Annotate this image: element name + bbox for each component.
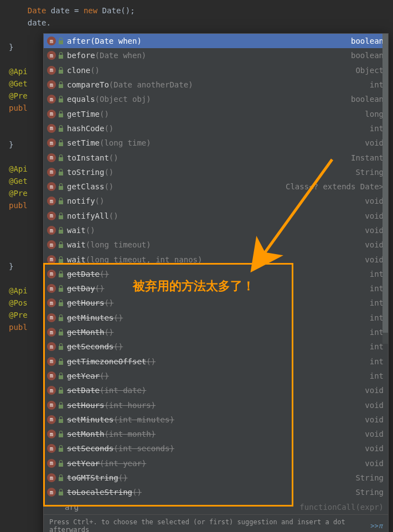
lock-icon [58, 213, 64, 219]
method-name: setMinutes [67, 415, 113, 424]
suggestion-after[interactable]: mafter(Date when)boolean [44, 34, 388, 48]
lock-icon [58, 373, 64, 379]
suggestion-notifyAll[interactable]: mnotifyAll()void [44, 209, 388, 223]
pi-icon[interactable]: π [379, 522, 382, 530]
method-name: setMonth [67, 430, 104, 438]
method-icon: m [47, 110, 56, 118]
lock-icon [58, 445, 64, 452]
suggestion-toGMTString[interactable]: mtoGMTString()String [44, 471, 388, 485]
method-icon: m [47, 488, 56, 497]
return-type: boolean [351, 95, 384, 104]
suggestion-getYear[interactable]: mgetYear()int [44, 369, 388, 383]
autocomplete-popup[interactable]: mafter(Date when)booleanmbefore(Date whe… [43, 33, 389, 532]
lock-icon [58, 81, 64, 88]
method-params: () [113, 313, 123, 322]
suggestion-wait[interactable]: mwait(long timeout, int nanos)void [44, 252, 388, 266]
method-params: (Date when) [95, 51, 147, 60]
method-params: (int hours) [104, 401, 156, 410]
suggestion-toLocaleString[interactable]: mtoLocaleString()String [44, 485, 388, 499]
suggestion-setDate[interactable]: msetDate(int date)void [44, 383, 388, 397]
suggestion-setYear[interactable]: msetYear(int year)void [44, 456, 388, 471]
suggestion-getHours[interactable]: mgetHours()int [44, 296, 388, 310]
return-type: void [365, 415, 384, 424]
suggestion-hashCode[interactable]: mhashCode()int [44, 121, 388, 136]
method-icon: m [47, 313, 56, 322]
method-params: (long time) [100, 138, 151, 147]
return-type: boolean [351, 51, 384, 60]
lock-icon [58, 140, 64, 146]
return-type: int [370, 298, 384, 307]
suggestion-wait[interactable]: mwait()void [44, 223, 388, 237]
suggestion-setMinutes[interactable]: msetMinutes(int minutes)void [44, 412, 388, 427]
suggestion-setHours[interactable]: msetHours(int hours)void [44, 397, 388, 412]
hint-link[interactable]: >> [370, 522, 378, 530]
method-params: () [100, 371, 109, 380]
method-icon: m [47, 95, 56, 104]
suggestion-list[interactable]: mafter(Date when)booleanmbefore(Date whe… [44, 34, 388, 500]
lock-icon [58, 489, 64, 495]
lock-icon [58, 227, 64, 234]
method-params: (int year) [100, 459, 146, 468]
suggestion-clone[interactable]: mclone()Object [44, 63, 388, 78]
method-icon: m [47, 328, 56, 337]
suggestion-before[interactable]: mbefore(Date when)boolean [44, 48, 388, 63]
suggestion-toInstant[interactable]: mtoInstant()Instant [44, 150, 388, 164]
suggestion-compareTo[interactable]: mcompareTo(Date anotherDate)int [44, 78, 388, 92]
suggestion-wait[interactable]: mwait(long timeout)void [44, 237, 388, 252]
return-type: void [365, 138, 384, 147]
suggestion-getDay[interactable]: mgetDay()int [44, 281, 388, 296]
suggestion-getDate[interactable]: mgetDate()int [44, 267, 388, 281]
lock-icon [58, 474, 64, 481]
return-type: void [365, 211, 384, 220]
suggestion-getTime[interactable]: mgetTime()long [44, 106, 388, 121]
method-name: wait [67, 240, 86, 249]
code-line-1: Date date = new Date(); [9, 4, 393, 17]
suggestion-equals[interactable]: mequals(Object obj)boolean [44, 92, 388, 106]
method-params: (Date when) [90, 37, 142, 45]
lock-icon [58, 329, 64, 335]
suggestion-setTime[interactable]: msetTime(long time)void [44, 136, 388, 150]
suggestion-setMonth[interactable]: msetMonth(int month)void [44, 427, 388, 441]
return-type: int [370, 342, 384, 351]
return-type: void [365, 197, 384, 205]
return-type: void [365, 226, 384, 235]
suggestion-toString[interactable]: mtoString()String [44, 165, 388, 179]
suggestion-getSeconds[interactable]: mgetSeconds()int [44, 339, 388, 354]
method-icon: m [47, 473, 56, 482]
method-name: setSeconds [67, 444, 113, 453]
method-icon: m [47, 357, 56, 366]
scrollbar-thumb[interactable] [382, 34, 388, 333]
method-params: (long timeout) [86, 240, 151, 249]
lock-icon [58, 285, 64, 292]
method-params: () [86, 226, 95, 235]
method-icon: m [47, 371, 56, 380]
method-params: (int minutes) [113, 415, 174, 424]
method-name: toLocaleString [67, 488, 132, 497]
return-type: int [370, 371, 384, 380]
suggestion-getMonth[interactable]: mgetMonth()int [44, 325, 388, 339]
return-type: boolean [351, 37, 384, 45]
return-type: int [370, 284, 384, 293]
method-name: notify [67, 197, 95, 205]
suggestion-setSeconds[interactable]: msetSeconds(int seconds)void [44, 441, 388, 456]
method-params: () [104, 168, 113, 177]
hint-text: Press Ctrl+. to choose the selected (or … [49, 518, 368, 532]
suggestion-notify[interactable]: mnotify()void [44, 194, 388, 208]
method-name: clone [67, 66, 90, 75]
hint-bar: Press Ctrl+. to choose the selected (or … [44, 514, 388, 532]
method-params: () [109, 211, 118, 220]
method-name: wait [67, 255, 86, 264]
method-icon: m [47, 197, 56, 205]
method-name: getMonth [67, 328, 104, 337]
lock-icon [58, 67, 64, 74]
template-suggestion-arg[interactable]: arg functionCall(expr) [44, 500, 388, 514]
method-params: (Object obj) [95, 95, 151, 104]
suggestion-getMinutes[interactable]: mgetMinutes()int [44, 311, 388, 325]
method-name: equals [67, 95, 95, 104]
scrollbar[interactable] [382, 34, 388, 344]
lock-icon [58, 314, 64, 321]
lock-icon [58, 169, 64, 175]
suggestion-getClass[interactable]: mgetClass()Class<? extends Date> [44, 179, 388, 194]
suggestion-getTimezoneOffset[interactable]: mgetTimezoneOffset()int [44, 354, 388, 369]
return-type: int [370, 357, 384, 366]
